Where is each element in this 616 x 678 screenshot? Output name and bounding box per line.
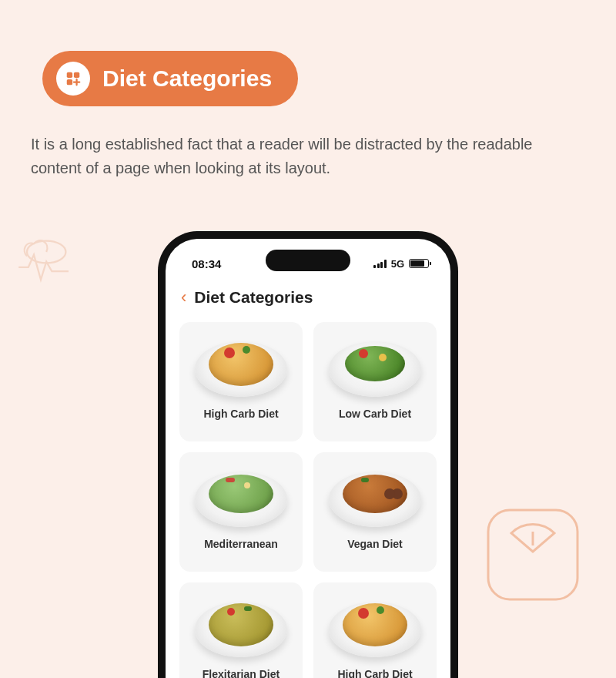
category-card[interactable]: Mediterranean [179, 452, 303, 572]
food-plate-image [191, 460, 291, 533]
svg-rect-1 [74, 72, 79, 78]
categories-icon [56, 62, 90, 96]
phone-notch [266, 250, 350, 271]
category-card[interactable]: Low Carb Diet [313, 322, 437, 441]
section-header-pill: Diet Categories [42, 51, 298, 106]
section-description: It is a long established fact that a rea… [31, 133, 585, 180]
food-plate-image [325, 460, 425, 533]
status-time: 08:34 [192, 257, 221, 270]
svg-rect-0 [67, 72, 72, 78]
network-label: 5G [391, 258, 404, 270]
category-card[interactable]: High Carb Diet [179, 322, 303, 441]
status-indicators: 5G [373, 258, 429, 270]
food-plate-image [325, 330, 425, 403]
battery-icon [409, 259, 429, 268]
section-title: Diet Categories [102, 65, 272, 92]
category-grid: High Carb DietLow Carb DietMediterranean… [166, 316, 450, 678]
category-label: Low Carb Diet [339, 408, 411, 420]
category-label: High Carb Diet [337, 668, 412, 678]
signal-icon [373, 260, 387, 268]
phone-screen: 08:34 5G ‹ Diet Categories High Carb Die… [166, 239, 450, 678]
phone-frame: 08:34 5G ‹ Diet Categories High Carb Die… [158, 231, 458, 678]
screen-title: Diet Categories [194, 288, 313, 307]
category-label: Vegan Diet [347, 538, 403, 550]
category-label: High Carb Diet [203, 408, 278, 420]
screen-header: ‹ Diet Categories [166, 276, 450, 316]
food-plate-image [191, 330, 291, 403]
scale-icon [479, 501, 587, 609]
food-plate-image [191, 590, 291, 663]
back-chevron-icon[interactable]: ‹ [181, 289, 186, 306]
category-label: Flexitarian Diet [203, 668, 280, 678]
heartbeat-icon [6, 231, 75, 300]
svg-rect-2 [67, 79, 72, 85]
food-plate-image [325, 590, 425, 663]
category-card[interactable]: Flexitarian Diet [179, 582, 303, 678]
category-card[interactable]: Vegan Diet [313, 452, 437, 572]
category-label: Mediterranean [204, 538, 278, 550]
category-card[interactable]: High Carb Diet [313, 582, 437, 678]
